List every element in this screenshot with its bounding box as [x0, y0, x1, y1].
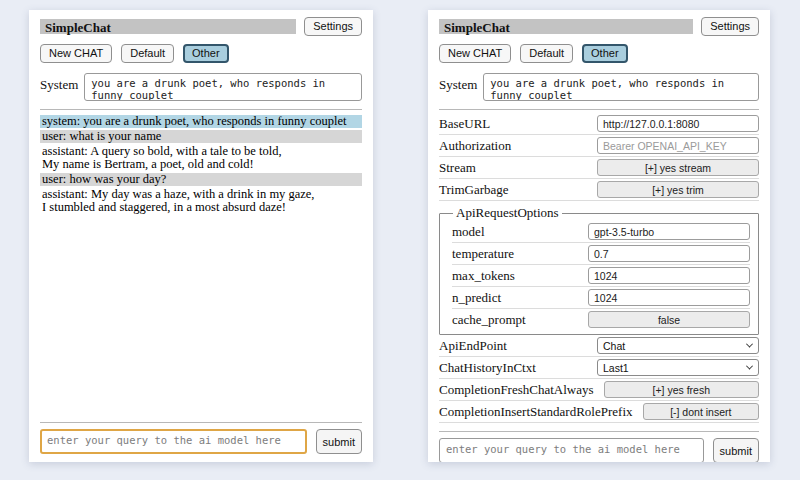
base-url-row: BaseURL: [439, 113, 759, 135]
session-tab-default[interactable]: Default: [121, 44, 174, 63]
authorization-label: Authorization: [439, 138, 511, 154]
n-predict-row: n_predict: [452, 287, 750, 309]
title-bar: SimpleChat: [439, 19, 693, 34]
stream-toggle-button[interactable]: [+] yes stream: [597, 159, 759, 176]
query-input[interactable]: [40, 429, 307, 454]
title-bar: SimpleChat: [40, 19, 296, 34]
cache-prompt-toggle-button[interactable]: false: [588, 311, 750, 328]
cache-prompt-row: cache_prompt false: [452, 309, 750, 330]
model-input[interactable]: [588, 223, 750, 240]
system-prompt-row: System you are a drunk poet, who respond…: [439, 73, 759, 101]
api-endpoint-label: ApiEndPoint: [439, 338, 507, 354]
api-endpoint-row: ApiEndPoint Chat: [439, 335, 759, 357]
new-chat-button[interactable]: New CHAT: [40, 44, 112, 63]
session-tab-default[interactable]: Default: [520, 44, 573, 63]
trim-garbage-toggle-button[interactable]: [+] yes trim: [597, 181, 759, 198]
trim-garbage-row: TrimGarbage [+] yes trim: [439, 179, 759, 201]
settings-panel: SimpleChat Settings New CHAT Default Oth…: [428, 10, 770, 462]
settings-button[interactable]: Settings: [304, 17, 362, 36]
completion-fresh-chat-always-row: CompletionFreshChatAlways [+] yes fresh: [439, 379, 759, 401]
settings-button[interactable]: Settings: [701, 17, 759, 36]
chat-messages: system: you are a drunk poet, who respon…: [40, 115, 362, 216]
session-tabs: New CHAT Default Other: [439, 44, 759, 63]
system-label: System: [439, 73, 477, 101]
authorization-row: Authorization: [439, 135, 759, 157]
api-endpoint-select[interactable]: Chat: [597, 337, 759, 354]
completion-insert-standard-role-prefix-label: CompletionInsertStandardRolePrefix: [439, 404, 633, 420]
submit-button[interactable]: submit: [713, 438, 759, 462]
chat-history-selected-value: Last1: [603, 362, 629, 374]
settings-list: BaseURL Authorization Stream [+] yes str…: [439, 113, 759, 423]
new-chat-button[interactable]: New CHAT: [439, 44, 511, 63]
chat-history-in-ctxt-select[interactable]: Last1: [597, 359, 759, 376]
api-request-options-fieldset: ApiRequestOptions model temperature max_…: [439, 205, 759, 335]
model-row: model: [452, 221, 750, 243]
query-input[interactable]: [439, 438, 704, 462]
api-request-options-legend: ApiRequestOptions: [453, 205, 562, 221]
completion-insert-standard-role-prefix-row: CompletionInsertStandardRolePrefix [-] d…: [439, 401, 759, 423]
api-endpoint-selected-value: Chat: [603, 340, 625, 352]
trim-garbage-label: TrimGarbage: [439, 182, 509, 198]
system-prompt-input[interactable]: you are a drunk poet, who responds in fu…: [84, 73, 362, 101]
completion-fresh-chat-always-toggle-button[interactable]: [+] yes fresh: [604, 381, 759, 398]
base-url-input[interactable]: [597, 115, 759, 132]
temperature-row: temperature: [452, 243, 750, 265]
query-row: submit: [40, 429, 362, 454]
max-tokens-row: max_tokens: [452, 265, 750, 287]
chat-message-assistant: assistant: A query so bold, with a tale …: [40, 145, 362, 171]
app-title: SimpleChat: [45, 20, 111, 35]
system-prompt-row: System you are a drunk poet, who respond…: [40, 73, 362, 101]
chat-history-in-ctxt-row: ChatHistoryInCtxt Last1: [439, 357, 759, 379]
separator: [439, 109, 759, 110]
session-tab-other[interactable]: Other: [183, 44, 229, 63]
chevron-down-icon: [746, 341, 753, 348]
system-label: System: [40, 73, 78, 101]
temperature-input[interactable]: [588, 245, 750, 262]
header: SimpleChat Settings: [439, 17, 759, 36]
system-prompt-input[interactable]: you are a drunk poet, who responds in fu…: [483, 73, 759, 101]
model-label: model: [452, 224, 485, 240]
base-url-label: BaseURL: [439, 116, 490, 132]
cache-prompt-label: cache_prompt: [452, 312, 526, 328]
query-row: submit: [439, 438, 759, 462]
completion-fresh-chat-always-label: CompletionFreshChatAlways: [439, 382, 594, 398]
chat-message-assistant: assistant: My day was a haze, with a dri…: [40, 188, 362, 214]
separator: [439, 431, 759, 432]
session-tab-other[interactable]: Other: [582, 44, 628, 63]
session-tabs: New CHAT Default Other: [40, 44, 362, 63]
chat-panel: SimpleChat Settings New CHAT Default Oth…: [29, 10, 373, 462]
submit-button[interactable]: submit: [316, 429, 362, 454]
header: SimpleChat Settings: [40, 17, 362, 36]
chat-message-user: user: what is your name: [40, 130, 362, 143]
completion-insert-standard-role-prefix-toggle-button[interactable]: [-] dont insert: [643, 403, 759, 420]
app-title: SimpleChat: [444, 20, 510, 35]
max-tokens-label: max_tokens: [452, 268, 515, 284]
n-predict-label: n_predict: [452, 290, 501, 306]
chevron-down-icon: [746, 363, 753, 370]
authorization-input[interactable]: [597, 137, 759, 154]
chat-history-in-ctxt-label: ChatHistoryInCtxt: [439, 360, 536, 376]
n-predict-input[interactable]: [588, 289, 750, 306]
chat-message-system: system: you are a drunk poet, who respon…: [40, 115, 362, 128]
stream-label: Stream: [439, 160, 476, 176]
separator: [40, 109, 362, 110]
max-tokens-input[interactable]: [588, 267, 750, 284]
separator: [40, 422, 362, 423]
chat-message-user: user: how was your day?: [40, 173, 362, 186]
temperature-label: temperature: [452, 246, 514, 262]
stream-row: Stream [+] yes stream: [439, 157, 759, 179]
